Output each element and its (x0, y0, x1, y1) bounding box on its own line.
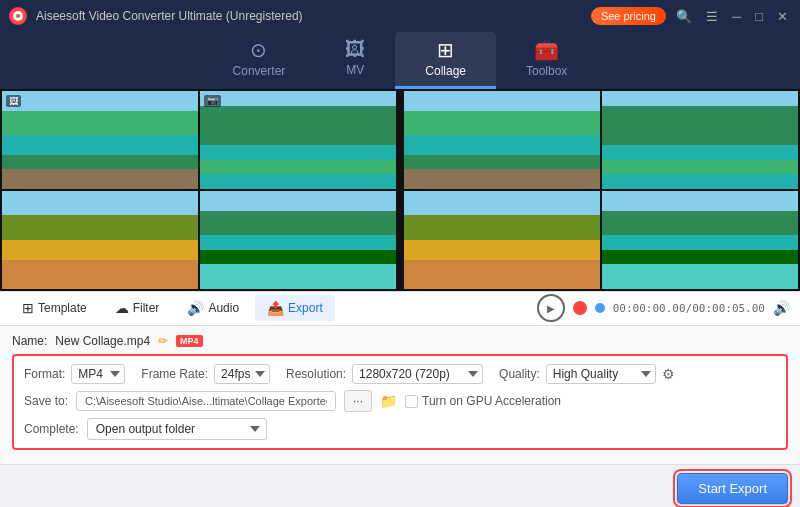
framerate-select[interactable]: 24fps 30fps 60fps (214, 364, 270, 384)
export-icon: 📤 (267, 300, 284, 316)
toolbar: ⊞ Template ☁ Filter 🔊 Audio 📤 Export ▶ 0… (0, 291, 800, 326)
gpu-acceleration-group: Turn on GPU Acceleration (405, 394, 561, 408)
gpu-checkbox[interactable] (405, 395, 418, 408)
preview-cell-2 (602, 91, 798, 189)
video-area: 🖼 📷 (0, 89, 800, 291)
dot-button[interactable] (595, 303, 605, 313)
mp4-badge: MP4 (176, 335, 203, 347)
browse-button[interactable]: ··· (344, 390, 372, 412)
tab-mv[interactable]: 🖼 MV (315, 32, 395, 89)
filter-button[interactable]: ☁ Filter (103, 295, 172, 321)
volume-icon[interactable]: 🔊 (773, 300, 790, 316)
play-button[interactable]: ▶ (537, 294, 565, 322)
template-label: Template (38, 301, 87, 315)
collage-image-3 (2, 191, 198, 289)
format-select[interactable]: MP4 MOV AVI (71, 364, 125, 384)
minimize-icon[interactable]: ─ (728, 7, 745, 26)
search-icon[interactable]: 🔍 (672, 7, 696, 26)
quality-select[interactable]: High Quality Medium Quality (546, 364, 656, 384)
tab-converter[interactable]: ⊙ Converter (203, 32, 316, 89)
format-label: Format: (24, 367, 65, 381)
framerate-group: Frame Rate: 24fps 30fps 60fps (141, 364, 270, 384)
converter-icon: ⊙ (250, 38, 267, 62)
audio-button[interactable]: 🔊 Audio (175, 295, 251, 321)
complete-label: Complete: (24, 422, 79, 436)
nav-tabs: ⊙ Converter 🖼 MV ⊞ Collage 🧰 Toolbox (0, 32, 800, 89)
collage-cell-4[interactable] (200, 191, 396, 289)
tab-collage-label: Collage (425, 64, 466, 78)
export-button[interactable]: 📤 Export (255, 295, 335, 321)
quality-label: Quality: (499, 367, 540, 381)
preview-image-3 (404, 191, 600, 289)
tab-mv-label: MV (346, 63, 364, 77)
resolution-label: Resolution: (286, 367, 346, 381)
filter-icon: ☁ (115, 300, 129, 316)
tab-toolbox-label: Toolbox (526, 64, 567, 78)
saveto-label: Save to: (24, 394, 68, 408)
preview-cell-1 (404, 91, 600, 189)
quality-group: Quality: High Quality Medium Quality ⚙ (499, 364, 675, 384)
resolution-select[interactable]: 1280x720 (720p) 1920x1080 (1080p) (352, 364, 483, 384)
menu-icon[interactable]: ☰ (702, 7, 722, 26)
see-pricing-button[interactable]: See pricing (591, 7, 666, 25)
collage-icon: ⊞ (437, 38, 454, 62)
svg-point-2 (16, 14, 20, 18)
saveto-path-input[interactable] (76, 391, 336, 411)
filter-label: Filter (133, 301, 160, 315)
preview-panel (402, 89, 800, 291)
format-row: Format: MP4 MOV AVI Frame Rate: 24fps 30… (24, 364, 776, 384)
record-button[interactable] (573, 301, 587, 315)
time-display: 00:00:00.00/00:00:05.00 (613, 302, 765, 315)
collage-cell-2[interactable]: 📷 (200, 91, 396, 189)
titlebar: Aiseesoft Video Converter Ultimate (Unre… (0, 0, 800, 32)
app-title: Aiseesoft Video Converter Ultimate (Unre… (36, 9, 591, 23)
edit-icon[interactable]: ✏ (158, 334, 168, 348)
tab-converter-label: Converter (233, 64, 286, 78)
export-label: Export (288, 301, 323, 315)
collage-cell-1[interactable]: 🖼 (2, 91, 198, 189)
toolbar-left: ⊞ Template ☁ Filter 🔊 Audio 📤 Export (10, 295, 537, 321)
format-group: Format: MP4 MOV AVI (24, 364, 125, 384)
app-logo (8, 6, 28, 26)
audio-icon: 🔊 (187, 300, 204, 316)
preview-cell-4 (602, 191, 798, 289)
tab-toolbox[interactable]: 🧰 Toolbox (496, 32, 597, 89)
framerate-label: Frame Rate: (141, 367, 208, 381)
settings-area: Name: New Collage.mp4 ✏ MP4 Format: MP4 … (0, 326, 800, 464)
complete-row: Complete: Open output folder Do nothing … (24, 418, 776, 440)
bottom-bar: Start Export (0, 464, 800, 507)
mv-icon: 🖼 (345, 38, 365, 61)
preview-image-1 (404, 91, 600, 189)
name-row: Name: New Collage.mp4 ✏ MP4 (12, 334, 788, 348)
collage-image-1 (2, 91, 198, 189)
titlebar-controls: See pricing 🔍 ☰ ─ □ ✕ (591, 7, 792, 26)
cell-overlay-2: 📷 (204, 95, 221, 107)
name-label: Name: (12, 334, 47, 348)
resolution-group: Resolution: 1280x720 (720p) 1920x1080 (1… (286, 364, 483, 384)
audio-label: Audio (208, 301, 239, 315)
template-button[interactable]: ⊞ Template (10, 295, 99, 321)
collage-cell-3[interactable] (2, 191, 198, 289)
close-icon[interactable]: ✕ (773, 7, 792, 26)
template-icon: ⊞ (22, 300, 34, 316)
collage-editor[interactable]: 🖼 📷 (0, 89, 398, 291)
quality-gear-icon[interactable]: ⚙ (662, 366, 675, 382)
preview-image-2 (602, 91, 798, 189)
saveto-row: Save to: ··· 📁 Turn on GPU Acceleration (24, 390, 776, 412)
gpu-label: Turn on GPU Acceleration (422, 394, 561, 408)
preview-cell-3 (404, 191, 600, 289)
tab-collage[interactable]: ⊞ Collage (395, 32, 496, 89)
toolbox-icon: 🧰 (534, 38, 559, 62)
folder-icon[interactable]: 📁 (380, 393, 397, 409)
maximize-icon[interactable]: □ (751, 7, 767, 26)
start-export-button[interactable]: Start Export (677, 473, 788, 504)
complete-select[interactable]: Open output folder Do nothing Shut down (87, 418, 267, 440)
name-value: New Collage.mp4 (55, 334, 150, 348)
collage-image-4 (200, 191, 396, 289)
main-content: 🖼 📷 (0, 89, 800, 507)
export-settings-box: Format: MP4 MOV AVI Frame Rate: 24fps 30… (12, 354, 788, 450)
collage-image-2 (200, 91, 396, 189)
cell-overlay-1: 🖼 (6, 95, 21, 107)
toolbar-right: ▶ 00:00:00.00/00:00:05.00 🔊 (537, 294, 790, 322)
preview-image-4 (602, 191, 798, 289)
